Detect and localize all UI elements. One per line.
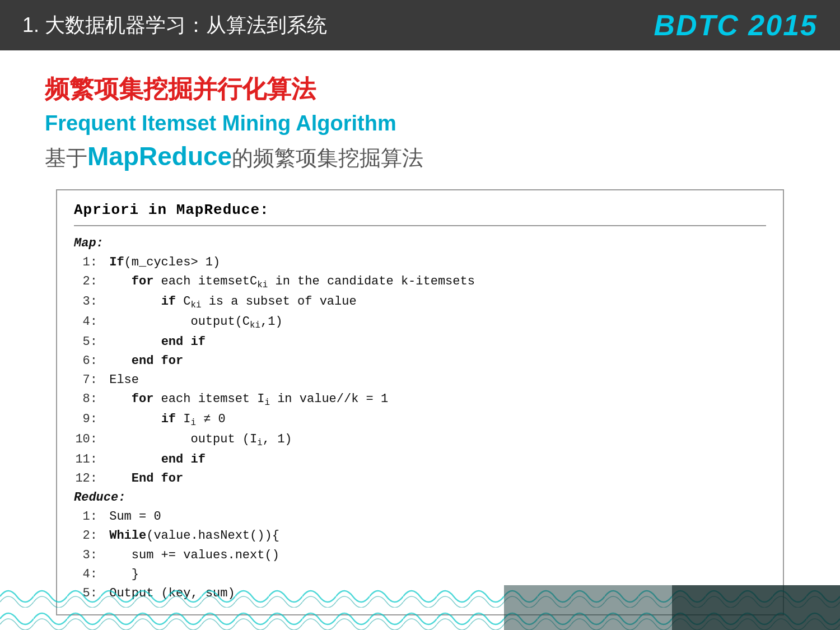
subtitle-english: Frequent Itemset Mining Algorithm [45, 111, 795, 136]
map-label: Map: [74, 236, 104, 250]
line-body-2: for each itemsetCki in the candidate k-i… [102, 272, 766, 292]
reduce-line-4: 4: } [74, 565, 766, 584]
code-box: Apriori in MapReduce: Map: 1: If(m_cycle… [56, 189, 784, 615]
line-body-3: if Cki is a subset of value [102, 292, 766, 312]
reduce-line-num-1: 1: [74, 507, 97, 526]
code-line-10: 10: output (Ii, 1) [74, 430, 766, 450]
subtitle-mapreduce-highlight: MapReduce [87, 142, 232, 171]
code-line-6: 6: end for [74, 352, 766, 371]
code-content: Map: 1: If(m_cycles> 1) 2: for each item… [74, 234, 766, 603]
line-num-9: 9: [74, 410, 97, 429]
line-num-4: 4: [74, 312, 97, 332]
code-line-7: 7: Else [74, 371, 766, 390]
subtitle-mapreduce-prefix: 基于 [45, 146, 87, 170]
reduce-line-body-2: While(value.hasNext()){ [102, 526, 766, 545]
subtitle-mapreduce-suffix: 的频繁项集挖掘算法 [232, 146, 423, 170]
code-line-4: 4: output(Cki,1) [74, 312, 766, 333]
line-body-11: end if [102, 450, 766, 469]
line-body-6: end for [102, 352, 766, 371]
code-box-title: Apriori in MapReduce: [74, 202, 766, 226]
reduce-line-num-4: 4: [74, 565, 97, 584]
line-body-8: for each itemset Ii in value//k = 1 [102, 390, 766, 410]
reduce-line-3: 3: sum += values.next() [74, 546, 766, 565]
reduce-line-2: 2: While(value.hasNext()){ [74, 526, 766, 545]
code-line-3: 3: if Cki is a subset of value [74, 292, 766, 312]
code-line-8: 8: for each itemset Ii in value//k = 1 [74, 390, 766, 410]
line-num-12: 12: [74, 469, 97, 488]
reduce-label-line: Reduce: [74, 488, 766, 507]
header: 1. 大数据机器学习：从算法到系统 BDTC 2015 [0, 0, 840, 50]
code-line-12: 12: End for [74, 469, 766, 488]
map-label-line: Map: [74, 234, 766, 253]
svg-rect-2 [672, 585, 840, 630]
code-line-1: 1: If(m_cycles> 1) [74, 253, 766, 272]
line-num-3: 3: [74, 292, 97, 311]
line-num-6: 6: [74, 352, 97, 371]
subtitle-mapreduce: 基于MapReduce的频繁项集挖掘算法 [45, 141, 795, 172]
line-body-7: Else [102, 371, 766, 390]
header-brand: BDTC 2015 [654, 8, 818, 42]
reduce-line-num-3: 3: [74, 546, 97, 565]
line-num-1: 1: [74, 253, 97, 272]
code-line-9: 9: if Ii ≠ 0 [74, 410, 766, 430]
code-line-5: 5: end if [74, 333, 766, 352]
line-num-8: 8: [74, 390, 97, 409]
reduce-line-num-2: 2: [74, 526, 97, 545]
code-line-11: 11: end if [74, 450, 766, 469]
line-num-5: 5: [74, 333, 97, 352]
line-body-4: output(Cki,1) [102, 312, 766, 333]
line-body-9: if Ii ≠ 0 [102, 410, 766, 430]
subtitle-chinese: 频繁项集挖掘并行化算法 [45, 73, 795, 106]
reduce-line-body-3: sum += values.next() [102, 546, 766, 565]
line-num-7: 7: [74, 371, 97, 390]
line-body-5: end if [102, 333, 766, 352]
line-num-10: 10: [74, 430, 97, 449]
reduce-line-1: 1: Sum = 0 [74, 507, 766, 526]
line-body-12: End for [102, 469, 766, 488]
reduce-line-body-4: } [102, 565, 766, 584]
line-num-2: 2: [74, 272, 97, 291]
bottom-decoration [0, 585, 840, 630]
line-body-1: If(m_cycles> 1) [102, 253, 766, 272]
line-body-10: output (Ii, 1) [102, 430, 766, 450]
code-line-2: 2: for each itemsetCki in the candidate … [74, 272, 766, 292]
reduce-line-body-1: Sum = 0 [102, 507, 766, 526]
reduce-label: Reduce: [74, 491, 125, 505]
header-title: 1. 大数据机器学习：从算法到系统 [22, 12, 327, 39]
main-content: 频繁项集挖掘并行化算法 Frequent Itemset Mining Algo… [0, 50, 840, 615]
line-num-11: 11: [74, 450, 97, 469]
